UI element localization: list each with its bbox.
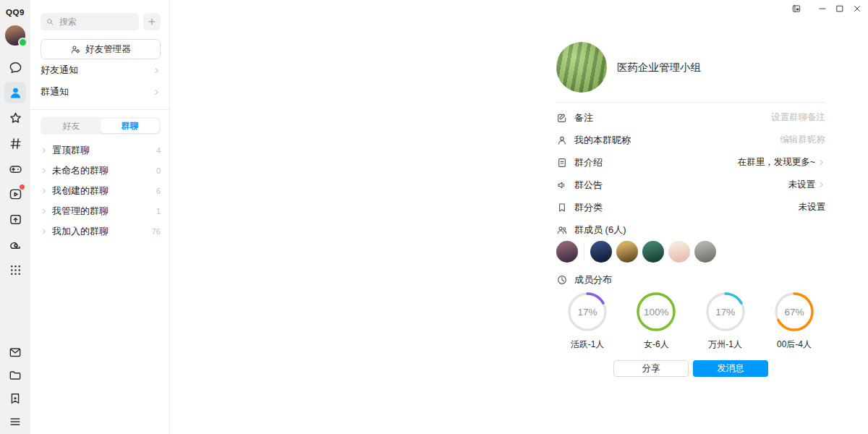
speaker-icon (556, 179, 568, 191)
group-category-label: 未命名的群聊 (52, 164, 109, 177)
group-category-count: 0 (156, 166, 161, 175)
header-divider (556, 102, 825, 103)
channels-icon[interactable] (4, 132, 26, 154)
distribution-donut: 100%女-6人 (626, 292, 686, 351)
game-center-icon[interactable] (4, 158, 26, 179)
members-section-label: 群成员 (6人) (556, 223, 825, 237)
mini-world-icon[interactable] (4, 208, 26, 230)
distribution-donut: 67%00后-4人 (765, 292, 824, 351)
distribution-donut: 17%活跃-1人 (558, 292, 617, 351)
pie-chart-icon (556, 274, 568, 286)
search-box[interactable] (41, 13, 139, 30)
friend-manager-icon (70, 44, 81, 55)
group-field-row[interactable]: 群介绍在群里，发现更多~ (556, 151, 825, 174)
favorites-icon[interactable] (4, 388, 26, 409)
group-avatar[interactable] (556, 42, 607, 93)
maximize-icon (835, 4, 845, 14)
tab-friends[interactable]: 好友 (42, 119, 101, 133)
qzone-star-icon[interactable] (4, 107, 26, 129)
members-icon (556, 224, 568, 236)
group-category-row[interactable]: 我管理的群聊1 (41, 201, 161, 221)
group-field-row[interactable]: 群分类未设置 (556, 196, 825, 218)
friend-notice-row[interactable]: 好友通知 (41, 59, 161, 81)
chevron-right-icon (817, 181, 825, 189)
search-input[interactable] (58, 16, 134, 27)
member-avatar-list (556, 241, 825, 263)
distribution-charts: 17%活跃-1人100%女-6人17%万州-1人67%00后-4人 (556, 292, 825, 351)
share-button[interactable]: 分享 (613, 360, 689, 377)
field-value[interactable]: 未设置 (788, 179, 816, 191)
group-category-row[interactable]: 置顶群聊4 (41, 140, 161, 161)
group-profile-panel: 医药企业管理小组 备注设置群聊备注我的本群昵称编辑群昵称群介绍在群里，发现更多~… (171, 0, 868, 434)
tab-groups[interactable]: 群聊 (101, 119, 159, 133)
expand-caret-icon[interactable] (41, 167, 52, 174)
notification-badge (20, 184, 25, 190)
friend-notice-label: 好友通知 (41, 64, 78, 77)
shopping-icon[interactable] (4, 234, 26, 255)
group-field-row[interactable]: 我的本群昵称编辑群昵称 (556, 129, 825, 151)
group-category-row[interactable]: 未命名的群聊0 (41, 161, 161, 181)
chevron-right-icon (153, 88, 161, 96)
member-avatar-2[interactable] (590, 241, 612, 263)
expand-caret-icon[interactable] (41, 208, 52, 215)
expand-caret-icon[interactable] (41, 187, 52, 195)
folder-icon[interactable] (4, 365, 26, 386)
user-avatar[interactable] (5, 25, 25, 46)
expand-caret-icon[interactable] (41, 228, 52, 235)
field-value[interactable]: 在群里，发现更多~ (738, 156, 815, 169)
group-category-row[interactable]: 我创建的群聊6 (41, 181, 161, 201)
sidebar-tabs: 好友 群聊 (41, 117, 161, 135)
friend-manager-button[interactable]: 好友管理器 (41, 39, 161, 59)
distribution-section-label: 成员分布 (556, 273, 825, 287)
chevron-right-icon (817, 158, 825, 166)
group-field-row[interactable]: 群公告未设置 (556, 174, 825, 196)
video-icon[interactable] (4, 183, 26, 205)
sidebar-divider (30, 109, 169, 110)
add-button[interactable] (143, 13, 161, 30)
group-category-count: 76 (152, 227, 161, 236)
group-category-label: 我加入的群聊 (52, 225, 109, 238)
field-value[interactable]: 未设置 (799, 201, 826, 213)
contacts-icon[interactable] (4, 82, 26, 103)
field-label: 群公告 (574, 179, 603, 192)
doc-icon (556, 157, 568, 169)
expand-caret-icon[interactable] (41, 147, 52, 154)
member-avatar-3[interactable] (616, 241, 638, 263)
rail-bottom-icons (4, 341, 26, 434)
person-icon (556, 135, 568, 146)
group-category-row[interactable]: 我加入的群聊76 (41, 221, 161, 242)
member-avatar-4[interactable] (642, 241, 664, 263)
group-category-label: 我管理的群聊 (52, 205, 109, 218)
donut-percent: 67% (774, 292, 814, 332)
member-avatar-5[interactable] (668, 241, 690, 263)
group-category-count: 6 (156, 187, 161, 195)
contacts-sidebar: 好友管理器 好友通知 群通知 好友 群聊 置顶群聊4未命名的群聊0我创建的群聊6… (30, 0, 170, 434)
field-label: 我的本群昵称 (574, 134, 631, 147)
field-value[interactable]: 设置群聊备注 (771, 111, 825, 124)
donut-percent: 17% (705, 292, 746, 332)
mail-icon[interactable] (4, 341, 26, 363)
chat-icon[interactable] (4, 56, 26, 78)
member-avatar-6[interactable] (694, 241, 716, 263)
distribution-donut: 17%万州-1人 (696, 292, 755, 351)
donut-label: 00后-4人 (777, 339, 812, 351)
send-message-button[interactable]: 发消息 (693, 360, 768, 377)
group-name: 医药企业管理小组 (617, 61, 701, 75)
close-button[interactable] (851, 2, 863, 14)
group-field-row[interactable]: 备注设置群聊备注 (556, 106, 825, 129)
field-value[interactable]: 编辑群昵称 (780, 134, 826, 146)
group-category-count: 4 (156, 146, 161, 155)
rail-icons (4, 56, 26, 281)
field-label: 群介绍 (574, 156, 603, 169)
member-avatar-1[interactable] (556, 241, 578, 263)
donut-percent: 17% (567, 292, 608, 332)
group-category-list: 置顶群聊4未命名的群聊0我创建的群聊6我管理的群聊1我加入的群聊76 (30, 140, 169, 242)
menu-icon[interactable] (4, 411, 26, 433)
maximize-button[interactable] (833, 2, 846, 14)
owner-divider (584, 244, 584, 260)
more-apps-icon[interactable] (4, 259, 26, 281)
qq-logo: QQ9 (6, 7, 25, 17)
members-label: 群成员 (6人) (574, 224, 626, 237)
group-notice-row[interactable]: 群通知 (41, 81, 161, 103)
group-notice-label: 群通知 (41, 85, 69, 98)
